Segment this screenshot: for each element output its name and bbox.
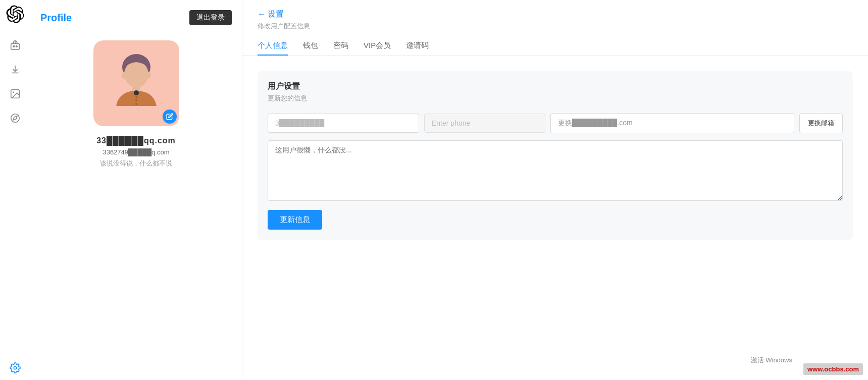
svg-point-12 [146,72,151,79]
svg-point-1 [13,45,14,47]
tab-personal-info[interactable]: 个人信息 [258,37,288,56]
svg-rect-0 [11,43,19,49]
avatar-container [93,40,179,126]
profile-header: Profile 退出登录 [40,10,232,25]
svg-point-2 [16,45,17,47]
avatar-edit-button[interactable] [163,110,177,124]
name-input[interactable] [268,114,419,133]
svg-point-15 [135,103,137,105]
svg-point-4 [13,91,14,93]
sidebar-icon-compass[interactable] [8,111,22,125]
svg-point-6 [14,366,17,369]
sidebar-icon-download[interactable] [8,63,22,77]
sidebar-icon-settings[interactable] [8,361,22,375]
svg-point-10 [134,90,139,95]
tab-invite-code[interactable]: 邀请码 [406,37,429,56]
svg-point-8 [124,61,148,87]
sidebar-icon-gallery[interactable] [8,87,22,101]
sidebar [0,0,30,380]
profile-panel: Profile 退出登录 [30,0,242,380]
watermark: www.ocbbs.com [803,363,863,375]
svg-point-14 [135,99,137,101]
user-settings-card: 用户设置 更新您的信息 更换█████████.com 更换邮箱 更新信息 [258,71,853,240]
user-email: 3362749█████q.com [103,148,169,156]
main-content: ← 设置 修改用户配置信息 个人信息 钱包 密码 VIP会员 邀请码 用户设置 … [242,0,868,380]
change-email-button[interactable]: 更换邮箱 [799,113,843,133]
tabs-container: 个人信息 钱包 密码 VIP会员 邀请码 [258,37,853,56]
user-bio: 该说没得说，什么都不说 [100,159,172,168]
email-display: 更换█████████.com [550,113,794,133]
phone-input[interactable] [424,114,545,133]
tab-password[interactable]: 密码 [333,37,348,56]
svg-point-5 [11,114,19,123]
sidebar-icon-robot[interactable] [8,38,22,52]
svg-point-13 [135,96,137,98]
svg-point-11 [122,72,127,79]
logout-button[interactable]: 退出登录 [189,10,232,25]
settings-subtitle: 修改用户配置信息 [258,22,853,31]
bio-textarea[interactable] [268,140,843,201]
app-logo [6,5,24,23]
windows-activate-notice: 激活 Windows [751,356,792,365]
form-row-name-phone: 更换█████████.com 更换邮箱 [268,113,843,133]
section-desc: 更新您的信息 [268,94,843,103]
update-info-button[interactable]: 更新信息 [268,210,322,230]
settings-body: 用户设置 更新您的信息 更换█████████.com 更换邮箱 更新信息 [242,56,868,380]
profile-title: Profile [40,12,72,24]
user-name: 33██████qq.com [96,136,176,145]
settings-header: ← 设置 修改用户配置信息 个人信息 钱包 密码 VIP会员 邀请码 [242,0,868,56]
section-title: 用户设置 [268,81,843,92]
settings-back-button[interactable]: ← 设置 [258,9,853,20]
tab-vip[interactable]: VIP会员 [364,37,391,56]
tab-wallet[interactable]: 钱包 [303,37,318,56]
